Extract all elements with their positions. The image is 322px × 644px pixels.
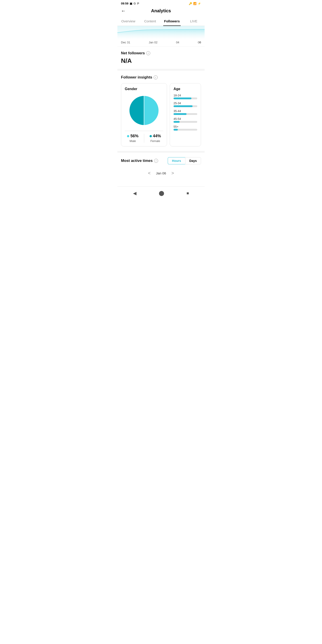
female-dot xyxy=(150,135,152,137)
status-bar: 09:59 ▣ G P 🔑 📶 ⚡ xyxy=(118,0,204,6)
male-label: Male xyxy=(130,139,136,143)
age-bar-fill-25-34 xyxy=(174,105,192,107)
age-card-title: Age xyxy=(174,87,197,91)
tab-followers[interactable]: Followers xyxy=(161,16,183,26)
legend-divider xyxy=(144,134,144,143)
chart-x-labels: Dec 31 Jan 02 04 06 0 xyxy=(118,39,204,46)
gender-pie-chart xyxy=(125,94,163,127)
follower-insights-section: Follower insights i Gender xyxy=(118,71,204,153)
age-bar-track-45-54 xyxy=(174,121,197,123)
age-card: Age 18-2425-3435-4445-5455+ xyxy=(170,83,201,146)
chart-graph xyxy=(118,26,204,39)
hours-button[interactable]: Hours xyxy=(168,157,185,164)
insights-cards: Gender 56% xyxy=(121,83,201,146)
age-bar-track-18-24 xyxy=(174,98,197,99)
back-button[interactable]: ← xyxy=(121,8,126,14)
active-times-header: Most active times i Hours Days xyxy=(121,157,201,164)
chart-label-04: 04 xyxy=(176,41,179,44)
age-bar-track-25-34 xyxy=(174,105,197,107)
tab-overview[interactable]: Overview xyxy=(118,16,139,26)
chart-label-jan02: Jan 02 xyxy=(149,41,158,44)
age-row-55+: 55+ xyxy=(174,125,197,130)
age-bar-fill-55+ xyxy=(174,129,178,130)
parking-icon: P xyxy=(137,2,139,5)
legend-female: 44% Female xyxy=(150,134,161,143)
follower-insights-info-icon[interactable]: i xyxy=(154,75,158,80)
battery-icon: ⚡ xyxy=(198,2,201,5)
back-nav-icon[interactable]: ◀ xyxy=(133,190,136,196)
age-label-35-44: 35-44 xyxy=(174,109,197,113)
net-followers-value: N/A xyxy=(121,57,201,64)
header: ← Analytics xyxy=(118,6,204,16)
net-followers-section: Net followers i N/A xyxy=(118,46,204,71)
net-followers-info-icon[interactable]: i xyxy=(146,51,150,55)
age-label-18-24: 18-24 xyxy=(174,94,197,97)
gender-card: Gender 56% xyxy=(121,83,167,146)
time: 09:59 xyxy=(121,2,128,5)
age-row-45-54: 45-54 xyxy=(174,117,197,123)
days-button[interactable]: Days xyxy=(185,157,201,164)
date-nav: < Jan 06 > xyxy=(121,169,201,178)
tabs-container: Overview Content Followers LIVE xyxy=(118,16,204,26)
active-times-title: Most active times i xyxy=(121,158,158,163)
age-bar-track-55+ xyxy=(174,129,197,130)
wifi-icon: 📶 xyxy=(193,2,196,5)
female-pct: 44% xyxy=(153,134,161,138)
key-icon: 🔑 xyxy=(189,2,192,5)
square-nav-icon[interactable]: ■ xyxy=(186,191,189,196)
bottom-nav: ◀ ⬤ ■ xyxy=(118,186,204,202)
age-label-45-54: 45-54 xyxy=(174,117,197,120)
female-label: Female xyxy=(150,139,160,143)
chart-y-label: 0 xyxy=(200,41,201,44)
age-row-35-44: 35-44 xyxy=(174,109,197,115)
gender-card-title: Gender xyxy=(125,87,163,91)
age-bar-track-35-44 xyxy=(174,113,197,115)
age-label-55+: 55+ xyxy=(174,125,197,128)
chart-label-dec31: Dec 31 xyxy=(121,41,130,44)
net-followers-title: Net followers xyxy=(121,51,145,56)
followers-chart: Dec 31 Jan 02 04 06 0 xyxy=(118,26,204,46)
google-icon: G xyxy=(134,2,136,5)
age-row-25-34: 25-34 xyxy=(174,102,197,107)
gender-legend: 56% Male 44% Female xyxy=(125,131,163,143)
male-dot xyxy=(127,135,129,137)
app-icon-1: ▣ xyxy=(130,2,132,5)
prev-date-button[interactable]: < xyxy=(148,170,151,176)
home-nav-icon[interactable]: ⬤ xyxy=(159,190,164,196)
current-date: Jan 06 xyxy=(156,171,166,175)
tab-content[interactable]: Content xyxy=(139,16,161,26)
age-bar-fill-45-54 xyxy=(174,121,180,123)
page-title: Analytics xyxy=(151,8,171,14)
time-toggle-buttons: Hours Days xyxy=(168,157,201,164)
tab-live[interactable]: LIVE xyxy=(183,16,205,26)
age-bar-fill-35-44 xyxy=(174,113,186,115)
active-times-info-icon[interactable]: i xyxy=(154,159,158,163)
most-active-times-section: Most active times i Hours Days < Jan 06 … xyxy=(118,153,204,182)
follower-insights-title: Follower insights xyxy=(121,75,152,80)
age-bar-fill-18-24 xyxy=(174,98,192,99)
next-date-button[interactable]: > xyxy=(172,170,174,176)
legend-male: 56% Male xyxy=(127,134,138,143)
male-pct: 56% xyxy=(130,134,138,138)
age-label-25-34: 25-34 xyxy=(174,102,197,105)
age-bars: 18-2425-3435-4445-5455+ xyxy=(174,94,197,130)
age-row-18-24: 18-24 xyxy=(174,94,197,99)
